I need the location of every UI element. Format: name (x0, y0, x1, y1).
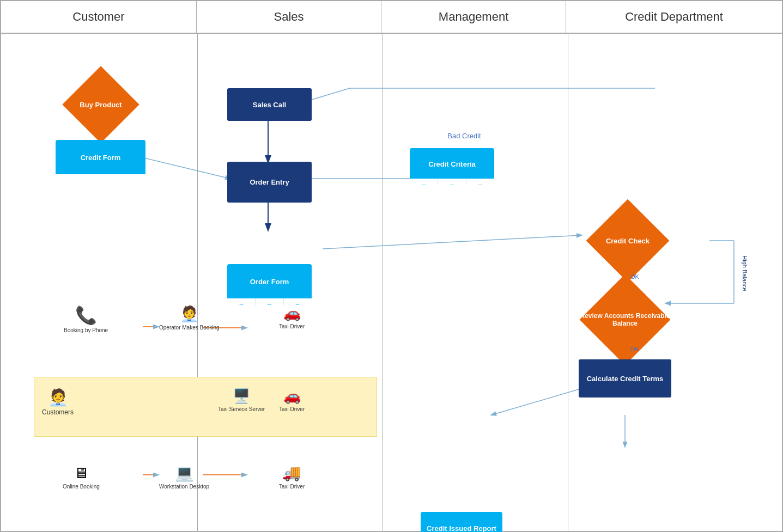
high-balance-label: High Balance (739, 246, 750, 301)
credit-check-diamond: Credit Check (587, 208, 669, 273)
order-entry-shape: Order Entry (227, 162, 312, 203)
taxi-driver-2: 🚗 Taxi Driver (279, 388, 305, 412)
lane-header-sales: Sales (197, 1, 381, 33)
svg-line-4 (323, 235, 581, 249)
lane-header-customer: Customer (1, 1, 197, 33)
ok-label-2: OK (630, 346, 639, 352)
taxi-driver-1: 🚗 Taxi Driver (279, 305, 305, 329)
divider-1 (197, 34, 198, 532)
divider-2 (383, 34, 383, 532)
ok-label-1: OK (630, 273, 639, 280)
diagram-container: Customer Sales Management Credit Departm… (0, 0, 783, 532)
credit-form-shape: Credit Form (56, 140, 145, 175)
taxi-driver-3: 🚚 Taxi Driver (279, 464, 305, 490)
lanes-body: Buy Product Credit Form Sales Call Order… (1, 34, 782, 532)
operator-makes-booking: 🧑‍💼 Operator Makes Booking (159, 305, 220, 331)
customers-figure: 🧑‍💼 Customers (42, 388, 74, 416)
review-accounts-diamond: Review Accounts Receivable Balance (579, 284, 671, 355)
online-booking: 🖥 Online Booking (63, 464, 100, 490)
bad-credit-label: Bad Credit (442, 132, 486, 140)
taxi-yellow-section (34, 377, 377, 437)
lanes-header: Customer Sales Management Credit Departm… (1, 1, 782, 34)
calculate-credit-shape: Calculate Credit Terms (579, 359, 671, 398)
workstation-desktop: 💻 Workstation Desktop (159, 464, 209, 490)
lane-header-credit: Credit Department (566, 1, 782, 33)
credit-issued-report-shape: Credit Issued Report (421, 512, 502, 532)
divider-3 (568, 34, 568, 532)
svg-line-11 (491, 389, 579, 415)
order-form-shape: Order Form (227, 264, 312, 299)
credit-criteria-shape: Credit Criteria (410, 148, 494, 180)
sales-call-shape: Sales Call (227, 88, 312, 121)
taxi-service-server: 🖥️ Taxi Service Server (218, 388, 265, 412)
lane-header-management: Management (381, 1, 566, 33)
svg-line-1 (137, 156, 230, 179)
booking-by-phone: 📞 Booking by Phone (64, 305, 108, 333)
buy-product-diamond: Buy Product (63, 66, 139, 143)
